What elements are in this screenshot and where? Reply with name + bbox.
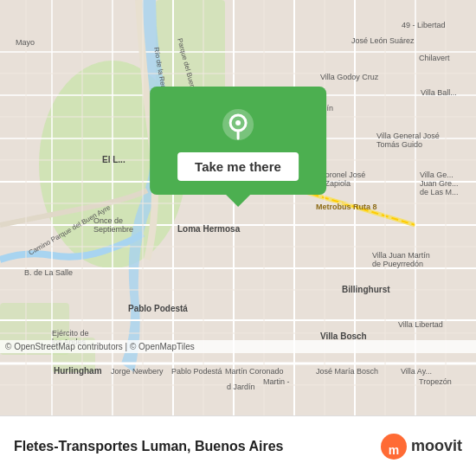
- svg-text:Pablo Podestá: Pablo Podestá: [128, 304, 188, 313]
- svg-text:Hurlingham: Hurlingham: [54, 366, 102, 376]
- svg-point-80: [235, 120, 241, 125]
- svg-text:Villa General José: Villa General José: [376, 132, 440, 140]
- svg-text:José León Suárez: José León Suárez: [351, 36, 415, 45]
- map-container: Mayo Villa Godoy Cruz Villa Ball... Vill…: [0, 0, 476, 415]
- svg-text:Tropezón: Tropezón: [419, 377, 452, 386]
- bottom-bar: Fletes-Transportes Luman, Buenos Aires m…: [0, 415, 476, 476]
- svg-text:Chilavert: Chilavert: [419, 54, 450, 62]
- svg-text:Septiembre: Septiembre: [93, 225, 133, 234]
- moovit-brand-icon: m: [380, 433, 408, 460]
- svg-text:Villa Juan Martín: Villa Juan Martín: [372, 251, 430, 260]
- svg-text:Metrobus Ruta 8: Metrobus Ruta 8: [316, 203, 377, 211]
- svg-text:Ejército de: Ejército de: [52, 329, 89, 338]
- svg-text:Villa Ay...: Villa Ay...: [401, 367, 432, 376]
- take-me-there-button[interactable]: Take me there: [177, 152, 299, 181]
- moovit-logo: m moovit: [380, 433, 462, 460]
- svg-text:Villa Ball...: Villa Ball...: [421, 88, 457, 97]
- svg-text:El L...: El L...: [102, 155, 125, 164]
- map-attribution: © OpenStreetMap contributors | © OpenMap…: [0, 340, 476, 353]
- svg-text:m: m: [389, 442, 399, 456]
- svg-text:Juan Gre...: Juan Gre...: [420, 179, 459, 188]
- svg-text:Villa Libertad: Villa Libertad: [398, 320, 443, 329]
- svg-text:José María Bosch: José María Bosch: [316, 367, 378, 376]
- svg-text:Tomás Guido: Tomás Guido: [376, 140, 422, 149]
- svg-text:B. de La Salle: B. de La Salle: [24, 268, 73, 277]
- svg-text:Mayo: Mayo: [16, 38, 35, 47]
- svg-text:Pablo Podestá: Pablo Podestá: [171, 367, 222, 376]
- svg-text:de Las M...: de Las M...: [420, 188, 459, 196]
- svg-text:Loma Hermosa: Loma Hermosa: [177, 224, 241, 234]
- svg-text:Villa Godoy Cruz: Villa Godoy Cruz: [320, 73, 379, 81]
- svg-text:Villa Ge...: Villa Ge...: [420, 170, 453, 179]
- svg-text:Billinghurst: Billinghurst: [342, 285, 390, 294]
- svg-text:49 - Libertad: 49 - Libertad: [402, 21, 446, 29]
- moovit-text: moovit: [411, 437, 462, 455]
- svg-text:Martín Coronado: Martín Coronado: [225, 367, 284, 376]
- svg-text:Martin -: Martin -: [263, 377, 290, 386]
- svg-text:d Jardín: d Jardín: [227, 383, 255, 391]
- location-pin-icon: [221, 107, 255, 142]
- bottom-bar-text: Fletes-Transportes Luman, Buenos Aires: [14, 439, 380, 454]
- svg-text:de Pueyrredón: de Pueyrredón: [372, 260, 423, 268]
- popup-card: Take me there: [150, 87, 326, 195]
- place-name: Fletes-Transportes Luman, Buenos Aires: [14, 439, 283, 453]
- svg-text:Jorge Newbery: Jorge Newbery: [111, 367, 164, 376]
